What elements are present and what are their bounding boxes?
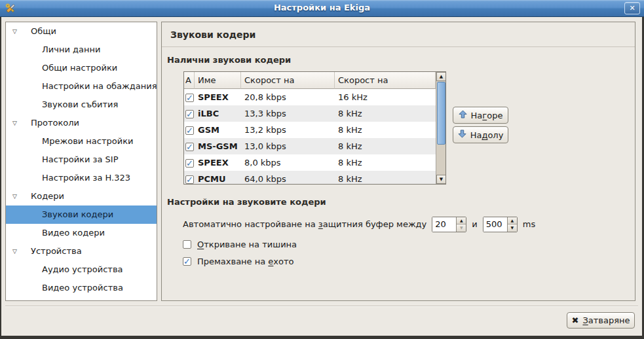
codec-table-header: А Име Скорост на връзката Скорост на час… bbox=[184, 72, 445, 89]
echo-cancellation-option[interactable]: Премахване на ехото bbox=[183, 255, 294, 267]
codec-row[interactable]: GSM 13,2 kbps 8 kHz bbox=[184, 122, 445, 138]
move-up-label: Нагоре bbox=[471, 111, 503, 120]
sidebar-item-video-codecs[interactable]: Видео кодери bbox=[6, 224, 157, 242]
arrow-up-icon bbox=[459, 110, 467, 120]
codec-row[interactable]: MS-GSM 13,0 kbps 8 kHz bbox=[184, 138, 445, 154]
codec-settings-heading: Настройки на звуковите кодери bbox=[167, 197, 326, 207]
arrow-down-icon bbox=[458, 130, 466, 140]
close-button-label: Затваряне bbox=[582, 315, 630, 325]
expander-icon[interactable]: ▽ bbox=[12, 242, 17, 260]
codec-row[interactable]: PCMU 64,0 kbps 8 kHz bbox=[184, 171, 445, 185]
preferences-tree: ▽ Общи Лични данни Общи настройки Настро… bbox=[5, 22, 157, 301]
jitter-max-input[interactable] bbox=[483, 217, 507, 232]
column-header-bandwidth[interactable]: Скорост на връзката bbox=[241, 72, 335, 89]
codec-enabled-checkbox[interactable] bbox=[185, 94, 194, 102]
scroll-up-icon[interactable]: ▲ bbox=[436, 72, 446, 81]
codec-table: А Име Скорост на връзката Скорост на час… bbox=[183, 71, 446, 185]
scroll-down-icon[interactable]: ▼ bbox=[436, 175, 446, 184]
move-up-button[interactable]: Нагоре bbox=[453, 107, 508, 124]
sidebar-item-sip-settings[interactable]: Настройки за SIP bbox=[6, 151, 157, 169]
sidebar-item-general[interactable]: ▽ Общи bbox=[6, 22, 157, 41]
scrollbar-thumb[interactable] bbox=[437, 82, 445, 145]
jitter-max-spinbox[interactable]: ▲ ▼ bbox=[483, 217, 518, 232]
page-title: Звукови кодери bbox=[162, 22, 635, 47]
codec-enabled-checkbox[interactable] bbox=[185, 143, 194, 151]
jitter-min-input[interactable] bbox=[432, 217, 456, 232]
footer-separator bbox=[5, 306, 638, 307]
silence-detection-checkbox[interactable] bbox=[183, 240, 191, 249]
codec-enabled-checkbox[interactable] bbox=[185, 175, 194, 184]
unit-label: ms bbox=[523, 219, 535, 229]
sidebar-item-call-options[interactable]: Настройки на обажданията bbox=[6, 77, 157, 96]
close-x-icon: ✖ bbox=[572, 315, 579, 325]
sidebar-item-general-settings[interactable]: Общи настройки bbox=[6, 59, 157, 77]
jitter-min-spinbox[interactable]: ▲ ▼ bbox=[432, 217, 466, 232]
jitter-buffer-label: Автоматично настройване на защитния буфе… bbox=[183, 219, 426, 229]
silence-detection-option[interactable]: Откриване на тишина bbox=[183, 238, 297, 250]
preferences-window: Настройки на Ekiga ✕ ▽ Общи Лични данни … bbox=[0, 0, 644, 339]
codec-row[interactable]: iLBC 13,3 kbps 8 kHz bbox=[184, 105, 445, 122]
spin-down-icon[interactable]: ▼ bbox=[508, 224, 517, 232]
sidebar-item-network-settings[interactable]: Мрежови настройки bbox=[6, 132, 157, 151]
column-header-active[interactable]: А bbox=[184, 72, 195, 89]
available-codecs-heading: Налични звукови кодери bbox=[167, 55, 291, 65]
spin-up-icon[interactable]: ▲ bbox=[457, 217, 466, 224]
codec-enabled-checkbox[interactable] bbox=[185, 126, 194, 135]
codec-row[interactable]: SPEEX 20,8 kbps 16 kHz bbox=[184, 89, 445, 105]
sidebar-item-protocols[interactable]: ▽ Протоколи bbox=[6, 114, 157, 132]
close-button[interactable]: ✖ Затваряне bbox=[567, 312, 635, 329]
sidebar-item-sound-events[interactable]: Звукови събития bbox=[6, 96, 157, 114]
sidebar-item-personal-data[interactable]: Лични данни bbox=[6, 41, 157, 59]
dialog-body: ▽ Общи Лични данни Общи настройки Настро… bbox=[1, 17, 642, 336]
codec-row[interactable]: SPEEX 8,0 kbps 8 kHz bbox=[184, 154, 445, 171]
titlebar[interactable]: Настройки на Ekiga ✕ bbox=[0, 0, 644, 17]
column-header-clockrate[interactable]: Скорост на часовника bbox=[335, 72, 436, 89]
expander-icon[interactable]: ▽ bbox=[12, 114, 17, 132]
table-scrollbar[interactable]: ▲ ▼ bbox=[436, 72, 445, 184]
jitter-buffer-row: Автоматично настройване на защитния буфе… bbox=[183, 216, 535, 232]
echo-cancellation-label: Премахване на ехото bbox=[197, 257, 294, 266]
expander-icon[interactable]: ▽ bbox=[12, 22, 17, 41]
sidebar-item-codecs[interactable]: ▽ Кодери bbox=[6, 187, 157, 205]
sidebar-item-audio-codecs[interactable]: Звукови кодери bbox=[6, 205, 157, 224]
move-down-button[interactable]: Надолу bbox=[453, 126, 508, 143]
sidebar-item-devices[interactable]: ▽ Устройства bbox=[6, 242, 157, 260]
move-down-label: Надолу bbox=[470, 130, 504, 140]
sidebar-item-video-devices[interactable]: Видео устройства bbox=[6, 279, 157, 297]
and-label: и bbox=[472, 219, 477, 229]
expander-icon[interactable]: ▽ bbox=[12, 187, 17, 205]
codec-enabled-checkbox[interactable] bbox=[185, 159, 194, 168]
sidebar-item-audio-devices[interactable]: Аудио устройства bbox=[6, 260, 157, 279]
codec-enabled-checkbox[interactable] bbox=[185, 110, 194, 118]
spin-up-icon[interactable]: ▲ bbox=[508, 217, 517, 224]
silence-detection-label: Откриване на тишина bbox=[197, 240, 297, 249]
audio-codecs-page: Звукови кодери Налични звукови кодери А … bbox=[161, 22, 635, 301]
window-title: Настройки на Ekiga bbox=[0, 3, 644, 12]
window-close-button[interactable]: ✕ bbox=[624, 2, 640, 14]
echo-cancellation-checkbox[interactable] bbox=[183, 257, 191, 266]
sidebar-item-h323-settings[interactable]: Настройки за H.323 bbox=[6, 169, 157, 187]
spin-down-icon[interactable]: ▼ bbox=[457, 224, 466, 232]
column-header-name[interactable]: Име bbox=[195, 72, 241, 89]
